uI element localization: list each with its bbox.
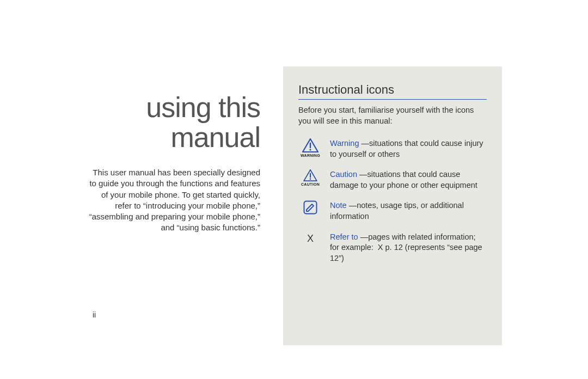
note-desc: —notes, usage tips, or additional inform… [330,201,464,221]
title-line-2: manual [170,121,260,153]
svg-rect-6 [304,201,317,214]
warning-icon [302,138,318,152]
section-title: Instructional icons [298,83,487,100]
warning-term: Warning [330,139,359,148]
note-icon [303,200,317,215]
icon-row-note: Note —notes, usage tips, or additional i… [298,200,487,222]
refer-text: Refer to —pages with related information… [330,232,487,264]
warning-text: Warning —situations that could cause inj… [330,138,487,160]
refer-to-icon: X [298,232,322,244]
icon-row-refer: X Refer to —pages with related informati… [298,232,487,264]
refer-to-glyph: X [307,233,314,244]
svg-point-5 [310,179,311,180]
icon-row-warning: WARNING Warning —situations that could c… [298,138,487,160]
left-column: using this manual This user manual has b… [87,93,260,234]
page-number: ii [93,310,96,319]
title-line-1: using this [146,91,260,123]
manual-page: using this manual This user manual has b… [0,0,588,379]
caution-text: Caution —situations that could cause dam… [330,169,487,191]
svg-point-2 [309,149,311,151]
page-title: using this manual [87,93,260,152]
warning-icon-caption: WARNING [301,154,320,157]
note-text: Note —notes, usage tips, or additional i… [330,200,487,222]
icon-row-caution: CAUTION Caution —situations that could c… [298,169,487,191]
warning-icon-cell: WARNING [298,138,322,157]
note-term: Note [330,201,347,210]
caution-term: Caution [330,170,357,179]
refer-term: Refer to [330,233,358,241]
right-panel: Instructional icons Before you start, fa… [283,66,502,345]
note-icon-cell [298,200,322,215]
intro-paragraph: This user manual has been specially desi… [87,167,260,234]
section-lead: Before you start, familiarise yourself w… [298,105,487,126]
caution-icon [303,169,317,181]
caution-icon-caption: CAUTION [301,182,320,186]
caution-icon-cell: CAUTION [298,169,322,186]
